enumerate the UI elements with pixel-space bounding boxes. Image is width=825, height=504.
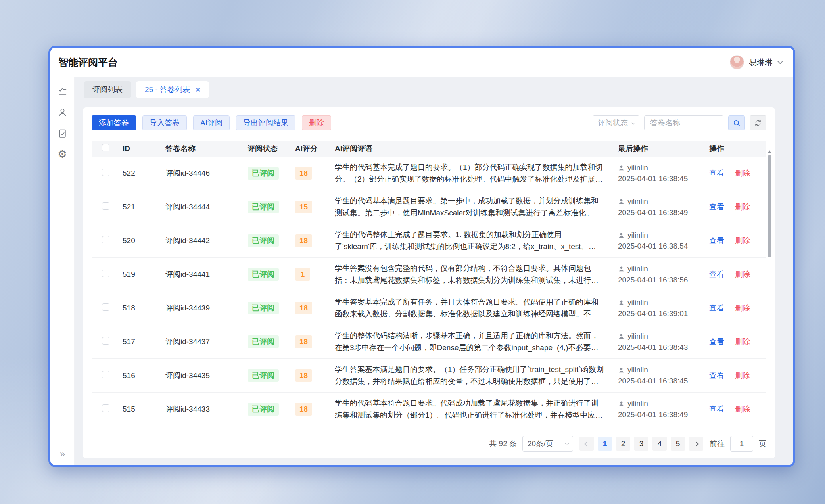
row-checkbox[interactable] [102, 169, 109, 176]
row-id: 516 [123, 371, 165, 380]
delete-link[interactable]: 删除 [735, 169, 750, 177]
header-last-op: 最后操作 [608, 144, 708, 154]
row-timestamp: 2025-04-01 16:38:45 [618, 173, 704, 184]
import-answer-button[interactable]: 导入答卷 [142, 115, 187, 130]
close-icon[interactable]: × [196, 86, 200, 94]
delete-link[interactable]: 删除 [735, 371, 750, 379]
view-link[interactable]: 查看 [709, 203, 724, 211]
page-button-5[interactable]: 5 [671, 437, 685, 451]
row-name: 评阅id-34439 [165, 303, 248, 313]
goto-page-input[interactable] [730, 436, 753, 452]
chevron-down-icon [777, 59, 783, 64]
page-button-4[interactable]: 4 [652, 437, 667, 451]
select-all-checkbox[interactable] [102, 144, 109, 151]
user-name: 易琳琳 [749, 57, 773, 68]
chevron-right-icon [694, 441, 699, 447]
view-link[interactable]: 查看 [709, 270, 724, 278]
tab-review-list[interactable]: 评阅列表 [84, 81, 131, 98]
refresh-button[interactable] [750, 115, 766, 130]
status-badge: 已评阅 [248, 201, 279, 213]
row-checkbox[interactable] [102, 202, 109, 210]
sidebar-collapse-button[interactable]: » [50, 448, 75, 460]
tab-answer-sheet-list[interactable]: 25 - 答卷列表 × [136, 81, 209, 98]
row-comment: 学生答案基本满足题目的要求。（1）任务部分正确使用了`train_test_sp… [335, 364, 605, 387]
delete-link[interactable]: 删除 [735, 236, 750, 245]
search-button[interactable] [728, 115, 745, 130]
view-link[interactable]: 查看 [709, 169, 724, 177]
page-button-1[interactable]: 1 [598, 437, 612, 451]
row-name: 评阅id-34441 [165, 269, 248, 280]
view-link[interactable]: 查看 [709, 371, 724, 379]
row-comment: 学生答案没有包含完整的代码，仅有部分结构，不符合题目要求。具体问题包括：未加载鸢… [335, 263, 605, 286]
tab-bar: 评阅列表 25 - 答卷列表 × [84, 81, 775, 98]
scroll-up-arrow-icon[interactable] [768, 150, 771, 153]
person-icon [618, 333, 625, 340]
table-scrollbar[interactable] [768, 153, 771, 422]
row-checkbox[interactable] [102, 303, 109, 311]
row-comment: 学生的整体代码结构清晰，步骤基本正确，并且适用了正确的库和方法。然而，在第3步中… [335, 330, 605, 354]
next-page-button[interactable] [689, 437, 703, 451]
header-name: 答卷名称 [165, 144, 248, 154]
row-checkbox[interactable] [102, 337, 109, 345]
page-button-3[interactable]: 3 [634, 437, 648, 451]
view-link[interactable]: 查看 [709, 236, 724, 245]
table-row: 518 评阅id-34439 已评阅 18 学生答案基本完成了所有任务，并且大体… [92, 291, 766, 325]
status-badge: 已评阅 [248, 335, 279, 348]
delete-link[interactable]: 删除 [735, 270, 750, 278]
answer-name-input[interactable] [644, 115, 723, 130]
content-card: 添加答卷 导入答卷 AI评阅 导出评阅结果 删除 评阅状态 [83, 107, 775, 458]
scrollbar-thumb[interactable] [768, 155, 771, 257]
row-timestamp: 2025-04-01 16:38:49 [618, 409, 704, 420]
person-icon [618, 266, 625, 272]
delete-link[interactable]: 删除 [735, 405, 750, 413]
export-results-button[interactable]: 导出评阅结果 [236, 115, 295, 130]
row-comment: 学生答案基本完成了所有任务，并且大体符合题目要求。代码使用了正确的库和函数来载入… [335, 296, 605, 320]
delete-link[interactable]: 删除 [735, 203, 750, 211]
row-checkbox[interactable] [102, 270, 109, 277]
main-area: 评阅列表 25 - 答卷列表 × 添加答卷 导入答卷 AI评阅 导 [75, 77, 793, 465]
row-last-op: yilinlin 2025-04-01 16:38:45 [608, 162, 708, 184]
toolbar: 添加答卷 导入答卷 AI评阅 导出评阅结果 删除 评阅状态 [92, 115, 766, 130]
header-score: AI评分 [295, 144, 335, 154]
score-badge: 18 [295, 234, 312, 247]
avatar[interactable] [730, 55, 744, 69]
sidebar-item-review-list[interactable] [54, 81, 71, 102]
review-list-icon [58, 86, 67, 96]
settings-icon: ⚙ [58, 149, 67, 160]
score-badge: 18 [295, 403, 312, 416]
user-menu[interactable]: 易琳琳 [730, 55, 781, 69]
status-badge: 已评阅 [248, 167, 279, 180]
prev-page-button[interactable] [579, 437, 594, 451]
row-comment: 学生的代码整体上完成了题目要求。1. 数据集的加载和划分正确使用了'sklear… [335, 229, 605, 253]
row-comment: 学生的代码基本完成了题目的要求。（1）部分代码正确实现了数据集的加载和切分。（2… [335, 161, 605, 185]
add-answer-button[interactable]: 添加答卷 [92, 115, 136, 130]
person-icon [618, 198, 625, 205]
row-timestamp: 2025-04-01 16:38:45 [618, 376, 704, 387]
sidebar-item-documents[interactable] [54, 123, 71, 144]
page-size-select[interactable]: 20条/页 [522, 436, 573, 452]
refresh-icon [754, 119, 762, 127]
score-badge: 18 [295, 369, 312, 382]
row-name: 评阅id-34435 [165, 370, 248, 381]
status-filter-select[interactable]: 评阅状态 [593, 115, 639, 130]
row-timestamp: 2025-04-01 16:38:49 [618, 207, 704, 218]
row-name: 评阅id-34446 [165, 168, 248, 178]
view-link[interactable]: 查看 [709, 304, 724, 312]
row-timestamp: 2025-04-01 16:38:43 [618, 342, 704, 353]
row-checkbox[interactable] [102, 371, 109, 378]
sidebar-item-settings[interactable]: ⚙ [54, 144, 71, 165]
status-badge: 已评阅 [248, 369, 279, 382]
row-name: 评阅id-34437 [165, 337, 248, 347]
page-button-2[interactable]: 2 [616, 437, 630, 451]
row-checkbox[interactable] [102, 236, 109, 243]
row-checkbox[interactable] [102, 404, 109, 412]
view-link[interactable]: 查看 [709, 405, 724, 413]
sidebar-item-users[interactable] [54, 102, 71, 123]
view-link[interactable]: 查看 [709, 337, 724, 346]
chevron-down-icon [631, 120, 635, 125]
delete-link[interactable]: 删除 [735, 337, 750, 346]
delete-link[interactable]: 删除 [735, 304, 750, 312]
row-name: 评阅id-34433 [165, 404, 248, 414]
delete-button[interactable]: 删除 [302, 115, 331, 130]
ai-review-button[interactable]: AI评阅 [193, 115, 230, 130]
